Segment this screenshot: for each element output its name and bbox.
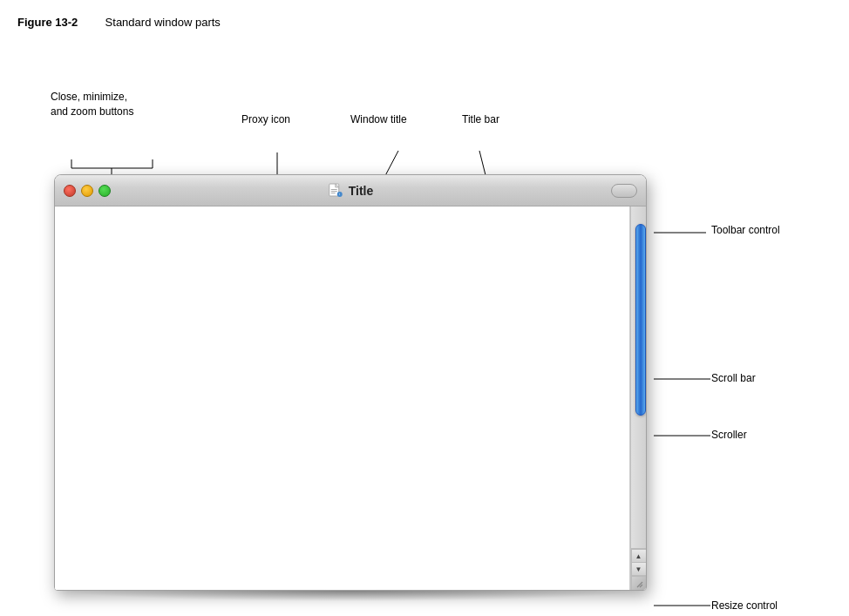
scroll-arrow-down[interactable]: ▼ [631, 562, 647, 576]
resize-control[interactable] [631, 576, 647, 590]
window-title-text: Title [349, 184, 374, 198]
svg-rect-14 [331, 193, 336, 193]
window-content-area: ▲ ▼ [55, 206, 646, 590]
mac-window-container: i Title ▲ [54, 174, 655, 601]
annotation-title-bar: Title bar [462, 113, 499, 125]
traffic-lights [64, 185, 111, 197]
svg-rect-13 [331, 191, 337, 192]
annotation-scroll-bar: Scroll bar [711, 372, 756, 384]
mac-window: i Title ▲ [54, 174, 647, 591]
toolbar-control-button[interactable] [611, 184, 637, 198]
resize-icon [634, 579, 644, 589]
minimize-button[interactable] [81, 185, 93, 197]
figure-title: Standard window parts [105, 16, 221, 29]
annotation-close-minimize-zoom: Close, minimize, and zoom buttons [51, 90, 133, 119]
annotation-scroller: Scroller [711, 429, 747, 441]
window-shadow [63, 591, 638, 601]
svg-line-17 [637, 582, 642, 587]
zoom-button[interactable] [98, 185, 111, 197]
scroll-track [631, 206, 646, 548]
annotation-window-title: Window title [350, 113, 407, 125]
scroller-thumb[interactable] [635, 224, 646, 416]
content-pane [55, 206, 630, 590]
figure-label: Figure 13-2 [17, 16, 78, 29]
svg-line-18 [640, 585, 642, 587]
annotation-resize-control: Resize control [711, 599, 778, 612]
svg-text:i: i [339, 192, 340, 196]
scroll-bar[interactable]: ▲ ▼ [630, 206, 646, 590]
window-title-area: i Title [328, 183, 374, 199]
scroll-arrow-up[interactable]: ▲ [631, 549, 647, 562]
annotation-proxy-icon: Proxy icon [241, 113, 290, 125]
svg-rect-12 [331, 189, 337, 190]
annotation-toolbar-control: Toolbar control [711, 224, 780, 236]
scroll-arrows: ▲ ▼ [631, 548, 647, 576]
proxy-icon: i [328, 183, 343, 199]
close-button[interactable] [64, 185, 76, 197]
title-bar: i Title [55, 175, 646, 206]
